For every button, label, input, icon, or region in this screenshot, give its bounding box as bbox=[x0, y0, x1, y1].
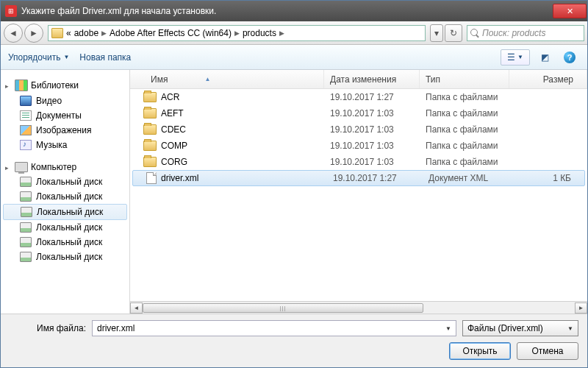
window-title: Укажите файл Driver.xml для начала устан… bbox=[21, 6, 216, 16]
music-icon bbox=[20, 140, 32, 150]
forward-button[interactable]: ► bbox=[24, 24, 43, 43]
folder-icon bbox=[143, 92, 157, 102]
crumb-products[interactable]: products bbox=[243, 28, 276, 38]
expand-icon[interactable]: ▸ bbox=[5, 82, 12, 89]
file-open-dialog: ⊞ Укажите файл Driver.xml для начала уст… bbox=[0, 0, 588, 368]
crumb-adobe[interactable]: adobe bbox=[74, 28, 98, 38]
file-name: ACR bbox=[161, 92, 179, 102]
file-type: Папка с файлами bbox=[420, 124, 509, 135]
open-button[interactable]: Открыть bbox=[449, 342, 511, 360]
file-date: 19.10.2017 1:27 bbox=[327, 173, 423, 183]
file-size: 1 КБ bbox=[512, 173, 584, 183]
tree-disk[interactable]: Локальный диск bbox=[1, 189, 129, 204]
document-icon bbox=[20, 110, 32, 121]
scroll-thumb[interactable]: ||| bbox=[143, 303, 423, 313]
folder-icon bbox=[143, 124, 157, 135]
tree-disk[interactable]: Локальный диск bbox=[1, 250, 129, 264]
chevron-down-icon[interactable]: ▼ bbox=[445, 325, 451, 332]
col-name[interactable]: Имя▲ bbox=[130, 70, 324, 88]
file-list[interactable]: ACR19.10.2017 1:27Папка с файламиAEFT19.… bbox=[130, 89, 587, 301]
file-name: driver.xml bbox=[161, 173, 198, 183]
disk-icon bbox=[21, 207, 32, 217]
xml-file-icon bbox=[146, 172, 157, 184]
filename-input[interactable]: driver.xml ▼ bbox=[92, 320, 456, 336]
toolbar: Упорядочить ▼ Новая папка ☰ ▼ ◩ ? bbox=[1, 45, 587, 70]
scroll-track[interactable]: ||| bbox=[143, 302, 575, 314]
file-type: Папка с файлами bbox=[420, 108, 509, 118]
address-bar[interactable]: « adobe ▶ Adobe After Effects CC (win64)… bbox=[48, 25, 426, 41]
chevron-right-icon: ▶ bbox=[101, 29, 107, 37]
tree-disk[interactable]: Локальный диск bbox=[1, 235, 129, 250]
back-button[interactable]: ◄ bbox=[4, 24, 23, 43]
tree-music[interactable]: Музыка bbox=[1, 138, 129, 152]
tree-computer[interactable]: ▸ Компьютер bbox=[1, 160, 129, 174]
col-type[interactable]: Тип bbox=[420, 70, 509, 88]
help-button[interactable]: ? bbox=[559, 49, 580, 66]
tree-disk[interactable]: Локальный диск bbox=[1, 174, 129, 189]
disk-icon bbox=[20, 177, 32, 187]
preview-pane-button[interactable]: ◩ bbox=[534, 49, 555, 66]
file-date: 19.10.2017 1:03 bbox=[324, 124, 420, 135]
expand-icon[interactable]: ▸ bbox=[5, 164, 12, 171]
refresh-button[interactable]: ↻ bbox=[445, 24, 462, 42]
pictures-icon bbox=[20, 125, 32, 135]
disk-icon bbox=[20, 191, 32, 202]
file-type: Папка с файлами bbox=[420, 92, 509, 102]
folder-icon bbox=[51, 28, 63, 38]
titlebar[interactable]: ⊞ Укажите файл Driver.xml для начала уст… bbox=[1, 1, 587, 21]
crumb-ae[interactable]: Adobe After Effects CC (win64) bbox=[110, 28, 232, 38]
folder-icon bbox=[143, 108, 157, 118]
file-date: 19.10.2017 1:03 bbox=[324, 141, 420, 151]
dialog-footer: Имя файла: driver.xml ▼ Файлы (Driver.xm… bbox=[1, 314, 587, 367]
navigation-bar: ◄ ► « adobe ▶ Adobe After Effects CC (wi… bbox=[1, 21, 587, 45]
tree-pictures[interactable]: Изображения bbox=[1, 123, 129, 138]
horizontal-scrollbar[interactable]: ◄ ||| ► bbox=[130, 301, 587, 314]
file-row[interactable]: CDEC19.10.2017 1:03Папка с файлами bbox=[130, 121, 587, 138]
file-row[interactable]: AEFT19.10.2017 1:03Папка с файлами bbox=[130, 105, 587, 121]
file-type: Папка с файлами bbox=[420, 157, 509, 167]
file-type-filter[interactable]: Файлы (Driver.xml) ▼ bbox=[462, 320, 578, 336]
file-date: 19.10.2017 1:03 bbox=[324, 108, 420, 118]
file-date: 19.10.2017 1:27 bbox=[324, 92, 420, 102]
tree-disk[interactable]: Локальный диск bbox=[1, 220, 129, 235]
file-name: CDEC bbox=[161, 124, 186, 135]
file-row[interactable]: CORG19.10.2017 1:03Папка с файлами bbox=[130, 154, 587, 170]
file-row[interactable]: ACR19.10.2017 1:27Папка с файлами bbox=[130, 89, 587, 105]
chevron-down-icon: ▼ bbox=[63, 54, 69, 60]
scroll-left-button[interactable]: ◄ bbox=[130, 302, 143, 314]
file-date: 19.10.2017 1:03 bbox=[324, 157, 420, 167]
organize-menu[interactable]: Упорядочить ▼ bbox=[8, 52, 69, 63]
file-name: CORG bbox=[161, 157, 187, 167]
cancel-button[interactable]: Отмена bbox=[517, 342, 578, 360]
col-size[interactable]: Размер bbox=[509, 70, 587, 88]
file-row[interactable]: driver.xml19.10.2017 1:27Документ XML1 К… bbox=[132, 170, 585, 186]
view-mode-button[interactable]: ☰ ▼ bbox=[501, 49, 530, 66]
search-icon bbox=[470, 29, 479, 38]
tree-disk[interactable]: Локальный диск bbox=[3, 204, 127, 220]
chevron-down-icon[interactable]: ▼ bbox=[567, 325, 573, 332]
file-name: COMP bbox=[161, 141, 187, 151]
file-type: Папка с файлами bbox=[420, 141, 509, 151]
search-input[interactable]: Поиск: products bbox=[467, 25, 584, 41]
file-list-pane: Имя▲ Дата изменения Тип Размер ACR19.10.… bbox=[130, 70, 587, 314]
scroll-right-button[interactable]: ► bbox=[575, 302, 587, 314]
file-row[interactable]: COMP19.10.2017 1:03Папка с файлами bbox=[130, 138, 587, 154]
folder-icon bbox=[143, 157, 157, 167]
tree-documents[interactable]: Документы bbox=[1, 108, 129, 123]
col-date[interactable]: Дата изменения bbox=[324, 70, 420, 88]
crumb-prefix: « bbox=[66, 28, 71, 38]
file-name: AEFT bbox=[161, 108, 184, 118]
app-icon: ⊞ bbox=[5, 5, 17, 17]
disk-icon bbox=[20, 237, 32, 247]
tree-videos[interactable]: Видео bbox=[1, 93, 129, 108]
new-folder-button[interactable]: Новая папка bbox=[79, 52, 131, 63]
disk-icon bbox=[20, 222, 32, 233]
search-placeholder: Поиск: products bbox=[482, 28, 545, 38]
filename-label: Имя файла: bbox=[10, 323, 86, 333]
video-icon bbox=[20, 96, 32, 106]
tree-libraries[interactable]: ▸ Библиотеки bbox=[1, 77, 129, 93]
address-dropdown[interactable]: ▾ bbox=[430, 24, 443, 42]
close-button[interactable]: ✕ bbox=[553, 4, 587, 18]
file-type: Документ XML bbox=[423, 173, 512, 183]
disk-icon bbox=[20, 252, 32, 262]
